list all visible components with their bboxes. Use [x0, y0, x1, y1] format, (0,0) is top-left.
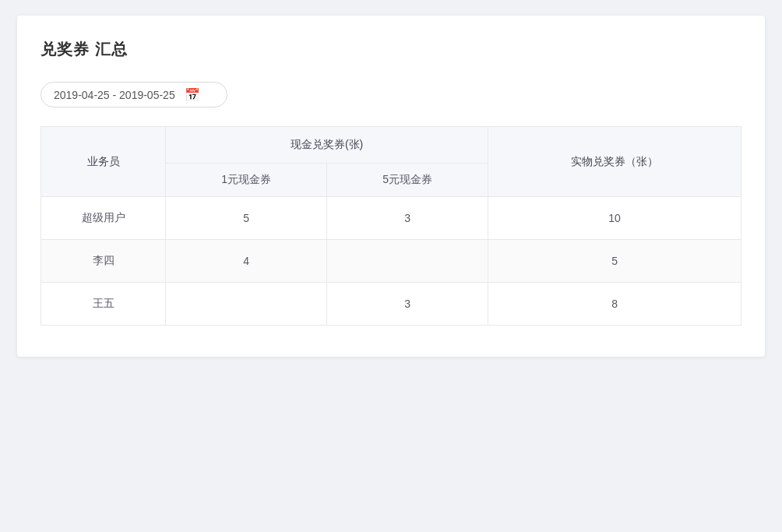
cell-cash-5: 3 [327, 197, 488, 240]
col-header-cash-group: 现金兑奖券(张) [166, 127, 488, 164]
cell-physical-lz: 10 [488, 197, 741, 240]
date-picker-value: 2019-04-25 - 2019-05-25 [54, 89, 175, 101]
cell-cash-5: 3 [327, 283, 488, 326]
cell-agent: 王五 [41, 283, 166, 326]
col-header-agent: 业务员 [41, 127, 166, 197]
col-header-cash-5: 5元现金券 [327, 164, 488, 197]
cell-cash-5 [327, 240, 488, 283]
cell-agent: 李四 [41, 240, 166, 283]
cell-cash-1 [166, 283, 327, 326]
cell-physical-lz: 5 [488, 240, 741, 283]
page-title: 兑奖券 汇总 [41, 39, 741, 60]
table-row: 李四45 [41, 240, 741, 283]
main-card: 兑奖券 汇总 2019-04-25 - 2019-05-25 📅 业务员 现金兑… [17, 16, 765, 357]
date-picker-wrapper: 2019-04-25 - 2019-05-25 📅 [41, 82, 741, 107]
cell-cash-1: 5 [166, 197, 327, 240]
table-row: 王五38 [41, 283, 741, 326]
summary-table: 业务员 现金兑奖券(张) 实物兑奖券（张） 1元现金券 5元现金券 超级用户53… [41, 126, 741, 326]
calendar-icon: 📅 [185, 87, 200, 102]
table-row: 超级用户5310 [41, 197, 741, 240]
col-header-cash-1: 1元现金券 [166, 164, 327, 197]
date-picker[interactable]: 2019-04-25 - 2019-05-25 📅 [41, 82, 227, 107]
cell-cash-1: 4 [166, 240, 327, 283]
cell-agent: 超级用户 [41, 197, 166, 240]
col-header-physical-group: 实物兑奖券（张） [488, 127, 741, 197]
cell-physical-lz: 8 [488, 283, 741, 326]
